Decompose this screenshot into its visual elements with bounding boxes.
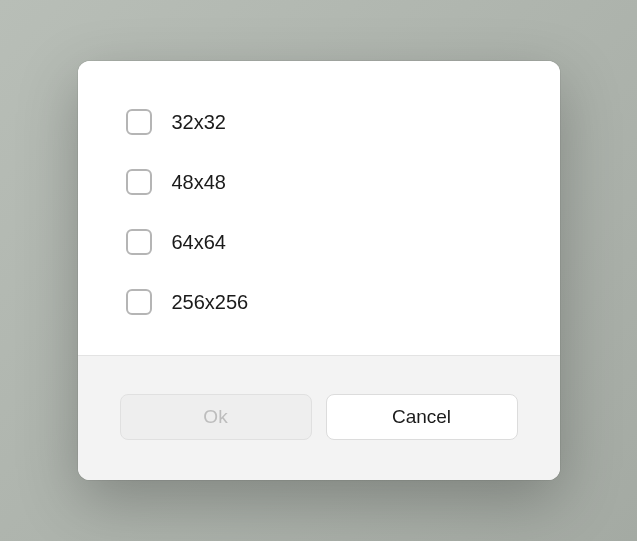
option-row-64x64: 64x64 (126, 229, 512, 255)
checkbox-32x32[interactable] (126, 109, 152, 135)
dialog-body: 32x32 48x48 64x64 256x256 (78, 61, 560, 355)
dialog-footer: Ok Cancel (78, 355, 560, 480)
ok-button[interactable]: Ok (120, 394, 312, 440)
dialog: 32x32 48x48 64x64 256x256 Ok Cancel (78, 61, 560, 480)
option-label: 64x64 (172, 231, 227, 254)
option-row-256x256: 256x256 (126, 289, 512, 315)
option-row-32x32: 32x32 (126, 109, 512, 135)
option-label: 48x48 (172, 171, 227, 194)
cancel-button[interactable]: Cancel (326, 394, 518, 440)
checkbox-48x48[interactable] (126, 169, 152, 195)
checkbox-256x256[interactable] (126, 289, 152, 315)
option-label: 256x256 (172, 291, 249, 314)
option-row-48x48: 48x48 (126, 169, 512, 195)
option-label: 32x32 (172, 111, 227, 134)
checkbox-64x64[interactable] (126, 229, 152, 255)
